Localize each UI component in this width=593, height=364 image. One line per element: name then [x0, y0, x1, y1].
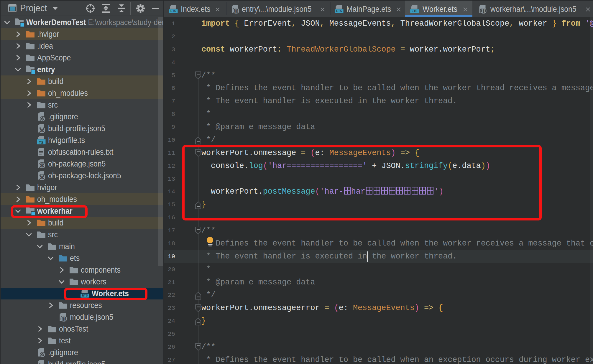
svg-text:{}: {} [234, 8, 238, 13]
svg-text:{}: {} [62, 316, 65, 321]
svg-text:{}: {} [482, 8, 485, 13]
svg-text:{}: {} [40, 175, 44, 180]
svg-text:ETS: ETS [412, 9, 418, 13]
svg-text:TS: TS [39, 141, 44, 145]
svg-text:{}: {} [40, 163, 44, 168]
svg-text:{}: {} [40, 128, 44, 133]
svg-text:ETS: ETS [336, 9, 342, 13]
